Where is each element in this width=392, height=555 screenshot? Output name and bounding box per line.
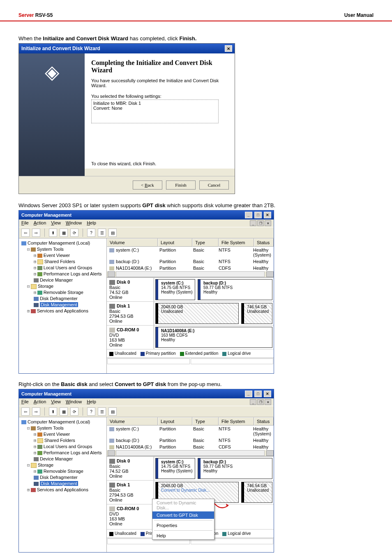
refresh-icon[interactable]: ⟳ [70,407,78,416]
legend: Unallocated Primary partition Extended p… [107,349,274,357]
finish-button[interactable]: Finish [166,180,196,190]
menu-window[interactable]: Window [66,220,82,226]
tool-icon[interactable]: ☰ [98,407,106,416]
up-icon[interactable]: ⬆ [49,407,57,416]
close-icon[interactable]: ✕ [264,391,271,397]
min-icon[interactable]: _ [245,391,252,397]
ctx-properties[interactable]: Properties [152,522,214,529]
tree-disk-mgmt[interactable]: Disk Management [40,481,78,486]
tree-root[interactable]: Computer Management (Local) [28,419,90,424]
hscroll[interactable] [107,271,274,277]
col-type[interactable]: Type [192,238,219,247]
tree-storage[interactable]: Storage [38,462,54,467]
tool-icon[interactable]: ☰ [98,229,106,237]
nav-back-icon[interactable]: ⇦ [21,229,30,237]
menu-action[interactable]: Action [34,220,46,226]
min-icon[interactable]: _ [245,212,252,218]
mmc-tree[interactable]: Computer Management (Local) ⊟System Tool… [19,238,107,373]
menu-file[interactable]: File [21,220,29,226]
tree-event-viewer[interactable]: Event Viewer [44,253,70,258]
tree-systools[interactable]: System Tools [37,426,64,430]
col-fs[interactable]: File System [219,417,254,426]
col-type[interactable]: Type [192,417,219,426]
hscroll[interactable] [107,450,274,456]
col-fs[interactable]: File System [219,238,254,247]
nav-back-icon[interactable]: ⇦ [21,407,30,416]
help-icon[interactable]: ? [87,229,95,237]
volume-row[interactable]: NA1D14008A (E:) PartitionBasic CDFSHealt… [107,265,274,271]
help-icon[interactable]: ? [87,407,95,416]
tree-systools[interactable]: System Tools [37,247,64,252]
tree-services[interactable]: Services and Applications [37,308,88,313]
child-restore-icon[interactable]: ❐ [257,399,264,405]
close-icon[interactable]: ✕ [264,212,271,218]
child-close-icon[interactable]: ✕ [265,399,271,405]
tree-shared-folders[interactable]: Shared Folders [44,438,75,443]
col-status[interactable]: Status [254,238,274,247]
child-min-icon[interactable]: _ [250,399,256,405]
tool2-icon[interactable]: ▤ [108,407,117,416]
mmc-menubar: File Action View Window Help _ ❐ ✕ [19,398,274,406]
tree-root[interactable]: Computer Management (Local) [28,240,90,245]
menu-window[interactable]: Window [66,399,82,405]
volume-row[interactable]: backup (D:) PartitionBasic NTFSHealthy [107,437,274,444]
ctx-convert-dynamic[interactable]: Convert to Dynamic Disk... [152,499,214,511]
tree-perf[interactable]: Performance Logs and Alerts [44,271,102,276]
nav-fwd-icon[interactable]: ⇨ [32,229,40,237]
ctx-convert-gpt[interactable]: Convert to GPT Disk [152,511,214,519]
max-icon[interactable]: □ [254,212,262,218]
prop-icon[interactable]: ▦ [60,407,68,416]
tree-removable[interactable]: Removable Storage [44,469,83,474]
tree-local-users[interactable]: Local Users and Groups [44,444,92,449]
tree-event-viewer[interactable]: Event Viewer [44,432,70,437]
tree-defrag[interactable]: Disk Defragmenter [40,475,78,480]
menu-view[interactable]: View [51,220,61,226]
menu-help[interactable]: Help [87,220,96,226]
col-volume[interactable]: Volume [107,238,158,247]
menu-view[interactable]: View [51,399,61,405]
tree-devmgr[interactable]: Device Manager [40,456,73,461]
volume-row[interactable]: system (C:) PartitionBasic NTFSHealthy (… [107,247,274,258]
mmc-title: Computer Management [21,391,71,396]
mmc-tree[interactable]: Computer Management (Local) ⊟System Tool… [19,417,107,552]
up-icon[interactable]: ⬆ [49,229,57,237]
tree-storage[interactable]: Storage [38,284,54,289]
tree-perf[interactable]: Performance Logs and Alerts [44,450,102,455]
mmc-window-a: Computer Management _ □ ✕ File Action Vi… [18,210,274,374]
close-icon[interactable]: ✕ [225,45,232,52]
menu-action[interactable]: Action [34,399,46,405]
child-min-icon[interactable]: _ [250,220,256,226]
disk0-row[interactable]: Disk 0 Basic74.52 GBOnline system (C:)14… [107,456,274,480]
child-close-icon[interactable]: ✕ [265,220,271,226]
volume-row[interactable]: backup (D:) PartitionBasic NTFSHealthy [107,258,274,265]
ctx-help[interactable]: Help [152,532,214,539]
child-restore-icon[interactable]: ❐ [257,220,264,226]
tree-disk-mgmt[interactable]: Disk Management [40,302,78,307]
menu-file[interactable]: File [21,399,29,405]
refresh-icon[interactable]: ⟳ [70,229,78,237]
menu-help[interactable]: Help [87,399,96,405]
disk1-row[interactable]: Disk 1 Basic2794.53 GBOnline 2048.00 GBU… [107,301,274,325]
disk0-row[interactable]: Disk 0 Basic74.52 GBOnline system (C:)14… [107,278,274,301]
tree-shared-folders[interactable]: Shared Folders [44,259,75,264]
cancel-button[interactable]: Cancel [199,180,229,190]
tree-removable[interactable]: Removable Storage [44,290,83,295]
cdrom0-row[interactable]: CD-ROM 0 DVD163 MBOnline NA1D14008A (E:)… [107,325,274,349]
tree-defrag[interactable]: Disk Defragmenter [40,296,78,301]
disk1-row[interactable]: Disk 1 Basic2794.53 GBOnline 2048.00 GBC… [107,480,274,504]
prop-icon[interactable]: ▦ [60,229,68,237]
col-layout[interactable]: Layout [158,238,192,247]
col-status[interactable]: Status [254,417,274,426]
tool2-icon[interactable]: ▤ [108,229,117,237]
volume-row[interactable]: NA1D14008A (E:) PartitionBasic CDFSHealt… [107,444,274,450]
tree-local-users[interactable]: Local Users and Groups [44,265,92,270]
max-icon[interactable]: □ [254,391,262,397]
back-button[interactable]: < Back [133,180,162,190]
gpt-post: which supports disk volume greater than … [166,202,275,208]
nav-fwd-icon[interactable]: ⇨ [32,407,40,416]
volume-row[interactable]: system (C:) PartitionBasic NTFSHealthy (… [107,426,274,437]
tree-services[interactable]: Services and Applications [37,487,88,492]
tree-devmgr[interactable]: Device Manager [40,278,73,282]
col-volume[interactable]: Volume [107,417,158,426]
col-layout[interactable]: Layout [158,417,192,426]
